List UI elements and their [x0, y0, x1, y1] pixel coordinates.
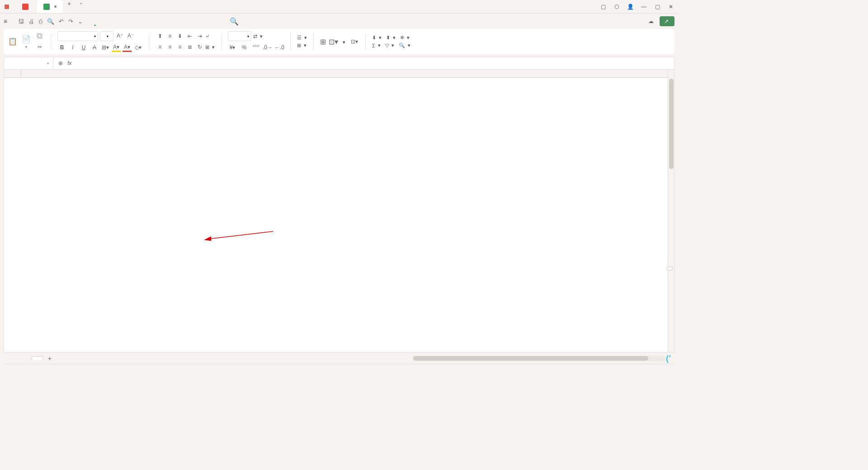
align-left-icon[interactable]: ≡	[156, 42, 165, 52]
indent-dec-icon[interactable]: ⇤	[185, 32, 194, 41]
tab-templates[interactable]	[16, 0, 37, 13]
percent-icon[interactable]: %	[240, 43, 249, 52]
cond-format-button[interactable]: ▾	[343, 38, 345, 45]
name-box[interactable]: ▾	[4, 57, 54, 69]
wrap-button[interactable]: ⤶	[205, 32, 211, 41]
view-gear-icon[interactable]: ⚙▾	[576, 367, 583, 367]
maximize-button[interactable]: ▢	[654, 3, 661, 10]
separator	[365, 33, 366, 50]
tab-tools[interactable]	[170, 17, 172, 26]
view-break-icon[interactable]: ◫	[605, 367, 610, 367]
worksheet-button[interactable]: ⊞▾	[297, 42, 307, 48]
tab-member[interactable]	[181, 17, 183, 26]
hamburger-icon[interactable]: ≡	[4, 18, 7, 25]
fx-icon[interactable]: fx	[67, 60, 71, 66]
number-format-select[interactable]: ▾	[228, 31, 251, 41]
sheet-tab-active[interactable]	[32, 356, 43, 360]
cube-icon[interactable]: ⬡	[613, 3, 620, 10]
layout-icon[interactable]: ▢	[599, 3, 607, 10]
separator	[290, 33, 291, 50]
view-page-icon[interactable]: ▤	[596, 367, 601, 367]
select-all-corner[interactable]	[4, 70, 21, 77]
scroll-thumb[interactable]	[413, 356, 648, 361]
separator	[149, 33, 149, 50]
tab-formula[interactable]	[127, 17, 128, 26]
align-bottom-icon[interactable]: ⬇	[175, 32, 184, 41]
paste-button[interactable]: 📄▾	[22, 35, 31, 49]
rows-cols-button[interactable]: ☰▾	[297, 35, 307, 41]
tab-efficiency[interactable]	[192, 17, 193, 26]
dropdown-icon[interactable]: ⌄	[78, 18, 83, 25]
spreadsheet-grid[interactable]	[4, 70, 675, 352]
bold-icon[interactable]: B	[57, 43, 66, 52]
currency-icon[interactable]: ¥▾	[228, 43, 237, 52]
font-size-select[interactable]: ▾	[100, 31, 113, 41]
increase-font-icon[interactable]: A⁺	[115, 31, 124, 40]
view-normal-icon[interactable]: ⊞	[588, 367, 592, 367]
tab-add-button[interactable]: +	[63, 0, 75, 13]
tab-view[interactable]	[159, 17, 161, 26]
freeze-button[interactable]: ❄▾	[400, 35, 410, 41]
font-name-select[interactable]: ▾	[57, 31, 98, 41]
horizontal-scrollbar[interactable]	[412, 356, 665, 361]
eraser-icon[interactable]: ◇▾	[133, 43, 142, 52]
expand-fx-icon[interactable]: ⊕	[58, 60, 63, 66]
search-icon[interactable]: 🔍	[230, 17, 239, 26]
table-style-button[interactable]: ⊞	[320, 38, 326, 46]
sheet-tab[interactable]	[21, 357, 32, 360]
cell-style-button[interactable]: ⊡▾	[329, 38, 338, 46]
track-changes-indicator[interactable]: ☁	[648, 18, 655, 24]
tab-document-active[interactable]	[37, 0, 63, 13]
find-button[interactable]: 🔍▾	[399, 42, 410, 48]
cut-icon[interactable]: ✂	[35, 42, 44, 52]
dec-inc-icon[interactable]: .0→	[263, 43, 272, 52]
tab-review[interactable]	[148, 17, 150, 26]
tab-start[interactable]	[94, 17, 96, 26]
print-icon[interactable]: ⎙	[39, 18, 42, 25]
convert-button[interactable]: ⇄▾	[253, 31, 263, 41]
sheet-add-button[interactable]: +	[43, 355, 56, 362]
vertical-scrollbar[interactable]	[668, 70, 674, 352]
user-avatar-icon[interactable]: 👤	[627, 3, 634, 10]
tab-page[interactable]	[116, 17, 118, 26]
align-top-icon[interactable]: ⬆	[156, 32, 165, 41]
justify-icon[interactable]: ≣	[185, 42, 194, 52]
fill-button[interactable]: ⬇▾	[372, 35, 382, 41]
redo-icon[interactable]: ↷	[68, 18, 73, 25]
preview-icon[interactable]: 🔍	[47, 18, 54, 25]
underline-icon[interactable]: U	[79, 43, 88, 52]
italic-icon[interactable]: I	[68, 43, 77, 52]
comma-icon[interactable]: °°°	[251, 43, 260, 52]
close-button[interactable]: ✕	[667, 3, 675, 10]
tab-fangge[interactable]	[203, 17, 204, 26]
border-icon[interactable]: ⊞▾	[101, 43, 110, 52]
undo-icon[interactable]: ↶	[59, 18, 64, 25]
align-middle-icon[interactable]: ≡	[165, 32, 175, 41]
indent-inc-icon[interactable]: ⇥	[195, 32, 204, 41]
save-icon[interactable]: 🖫	[18, 18, 24, 25]
share-button[interactable]: ↗	[660, 16, 675, 26]
sum-button[interactable]: Σ▾	[372, 42, 381, 48]
export-icon[interactable]: 🖨	[28, 18, 34, 25]
decrease-font-icon[interactable]: A⁻	[126, 31, 135, 40]
copy-icon[interactable]: ⿻	[35, 32, 44, 41]
font-color-icon[interactable]: A▾	[123, 43, 132, 52]
tab-more-button[interactable]: ⌄	[75, 0, 86, 13]
expand-icon[interactable]: ⊡▾	[350, 37, 359, 46]
align-right-icon[interactable]: ≡	[175, 42, 184, 52]
orientation-icon[interactable]: ↻	[195, 42, 204, 52]
dec-dec-icon[interactable]: ←.0	[275, 43, 284, 52]
format-painter-button[interactable]: 📋	[8, 37, 17, 47]
tab-insert[interactable]	[105, 17, 107, 26]
minimize-button[interactable]: —	[640, 3, 647, 10]
tab-data[interactable]	[137, 17, 139, 26]
sort-button[interactable]: ⬍▾	[386, 35, 396, 41]
align-center-icon[interactable]: ≡	[165, 42, 175, 52]
scroll-thumb[interactable]	[669, 79, 674, 169]
cells-area[interactable]	[21, 78, 674, 352]
highlight-icon[interactable]: A▾	[112, 43, 121, 52]
strikethrough-icon[interactable]: A	[90, 43, 99, 52]
tab-diy[interactable]	[213, 17, 215, 26]
filter-button[interactable]: ▽▾	[385, 42, 394, 48]
merge-button[interactable]: ⊞▾	[205, 42, 215, 52]
